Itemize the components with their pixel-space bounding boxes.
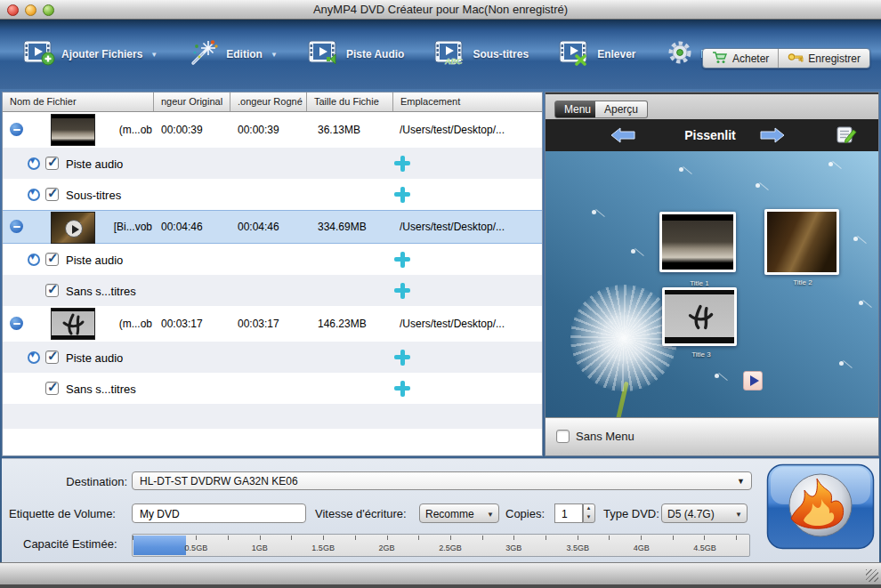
track-label: Piste audio (66, 157, 123, 170)
add-track-button[interactable] (394, 350, 410, 366)
dandelion-seed (853, 237, 858, 241)
column-header-name[interactable]: Nom de Fichier (3, 93, 154, 111)
add-files-button[interactable]: Ajouter Fichiers (23, 39, 158, 69)
capacity-label: Capacité Estimée: (23, 537, 117, 551)
track-checkbox[interactable] (45, 157, 59, 170)
expand-icon[interactable] (28, 189, 40, 201)
table-row-subtitle-track[interactable]: Sous-titres (3, 179, 542, 210)
table-row-audio-track[interactable]: Piste audio (3, 342, 542, 373)
preview-tab-bar: Menu Aperçu (546, 93, 878, 119)
table-row-video[interactable]: (m...ob 00:00:39 00:00:39 36.13MB /Users… (3, 112, 542, 148)
window-bottom-edge (0, 584, 881, 588)
capacity-tick-label: 0.5GB (185, 544, 208, 552)
track-checkbox[interactable] (45, 350, 59, 364)
register-label: Enregistrer (808, 52, 861, 65)
previous-menu-arrow-icon[interactable] (610, 127, 636, 147)
table-row-subtitle-track[interactable]: Sans s...titres (3, 275, 542, 306)
volume-name-input[interactable]: My DVD (132, 503, 306, 523)
burn-button[interactable] (766, 463, 875, 550)
dandelion-seed (839, 361, 844, 366)
subtitles-icon: ABC (434, 39, 466, 69)
sans-menu-checkbox[interactable] (556, 430, 570, 443)
buy-button[interactable]: Acheter (703, 49, 778, 68)
collapse-icon[interactable] (10, 317, 23, 330)
subtitles-button[interactable]: ABC Sous-titres (434, 39, 529, 69)
burn-disc-flame-icon (766, 463, 875, 550)
copies-input[interactable]: 1 (554, 503, 583, 523)
next-menu-arrow-icon[interactable] (759, 127, 786, 147)
table-row-video-selected[interactable]: [Bi...vob 00:04:46 00:04:46 334.69MB /Us… (3, 210, 542, 244)
menu-title-3-thumbnail[interactable] (662, 287, 737, 346)
table-row-audio-track[interactable]: Piste audio (3, 148, 542, 179)
write-speed-dropdown[interactable]: Recomme (419, 503, 499, 523)
preview-panel: Menu Aperçu Pissenlit (545, 92, 879, 456)
add-track-button[interactable] (394, 252, 410, 268)
expand-icon[interactable] (28, 254, 40, 266)
sans-menu-label: Sans Menu (576, 430, 634, 443)
audio-track-button[interactable]: Piste Audio (308, 39, 405, 69)
cart-icon (712, 51, 728, 67)
table-row-video[interactable]: (m...ob 00:03:17 00:03:17 146.23MB /User… (3, 306, 542, 342)
edition-icon (188, 39, 220, 69)
add-track-button[interactable] (394, 381, 410, 397)
column-header-trimmed-length[interactable]: .ongeur Rogné (230, 93, 307, 111)
dvd-type-label: Type DVD: (603, 507, 659, 520)
copies-stepper[interactable] (583, 503, 595, 523)
table-row-subtitle-track[interactable]: Sans s...titres (3, 373, 542, 404)
column-header-location[interactable]: Emplacement (393, 93, 542, 111)
tab-menu[interactable]: Menu (554, 101, 601, 118)
table-header: Nom de Fichier ngeur Original .ongeur Ro… (3, 93, 542, 112)
dvd-type-dropdown[interactable]: D5 (4.7G) (661, 503, 748, 523)
sans-menu-bar: Sans Menu (546, 417, 878, 455)
audio-track-label: Piste Audio (346, 48, 405, 60)
menu-play-button[interactable] (743, 371, 763, 391)
file-list-panel: Nom de Fichier ngeur Original .ongeur Ro… (2, 92, 543, 456)
menu-preview-image: Title 1 Title 2 Title 3 (546, 151, 878, 417)
key-icon (788, 52, 804, 66)
audio-track-icon (308, 39, 340, 69)
add-track-button[interactable] (394, 283, 410, 299)
menu-title-2-thumbnail[interactable] (764, 209, 839, 275)
track-checkbox[interactable] (45, 253, 59, 266)
original-length: 00:04:46 (161, 221, 230, 233)
remove-button[interactable]: Enlever (559, 39, 635, 69)
track-checkbox[interactable] (45, 382, 59, 395)
edit-menu-icon[interactable] (836, 125, 857, 149)
menu-title-1-thumbnail[interactable] (659, 212, 736, 272)
destination-label: Destination: (66, 475, 127, 488)
expand-icon[interactable] (28, 157, 40, 170)
register-button[interactable]: Enregistrer (778, 49, 869, 68)
dandelion-seed (756, 183, 760, 188)
expand-icon[interactable] (28, 351, 40, 364)
destination-dropdown[interactable]: HL-DT-ST DVDRW GA32N KE06 (132, 471, 752, 490)
add-track-button[interactable] (394, 187, 410, 203)
subtitles-label: Sous-titres (473, 48, 529, 60)
remove-label: Enlever (597, 48, 635, 60)
tab-apercu[interactable]: Aperçu (595, 101, 648, 118)
column-header-file-size[interactable]: Taille du Fichie (307, 93, 393, 111)
kanji-glyph (686, 302, 715, 333)
file-size: 334.69MB (318, 221, 392, 233)
column-header-original-length[interactable]: ngeur Original (154, 93, 230, 111)
dandelion-seed (679, 167, 683, 172)
add-track-button[interactable] (394, 156, 410, 172)
menu-title-2-label: Title 2 (763, 278, 843, 286)
dandelion-seed (715, 374, 719, 378)
track-label: Piste audio (66, 253, 123, 266)
table-row-audio-track[interactable]: Piste audio (3, 244, 542, 275)
copies-value: 1 (562, 508, 568, 520)
edition-button[interactable]: Edition (188, 39, 278, 69)
collapse-icon[interactable] (10, 220, 23, 233)
license-buttons: Acheter Enregistrer (702, 48, 870, 68)
write-speed-value: Recomme (425, 508, 474, 520)
capacity-tick-label: 3GB (505, 544, 521, 552)
destination-value: HL-DT-ST DVDRW GA32N KE06 (140, 475, 298, 487)
track-checkbox[interactable] (45, 284, 59, 297)
file-name: [Bi...vob (92, 221, 152, 233)
file-size: 146.23MB (318, 318, 392, 330)
track-checkbox[interactable] (45, 188, 59, 201)
original-length: 00:00:39 (161, 124, 230, 136)
resize-grip[interactable] (866, 568, 878, 580)
original-length: 00:03:17 (161, 318, 230, 330)
collapse-icon[interactable] (10, 123, 23, 136)
